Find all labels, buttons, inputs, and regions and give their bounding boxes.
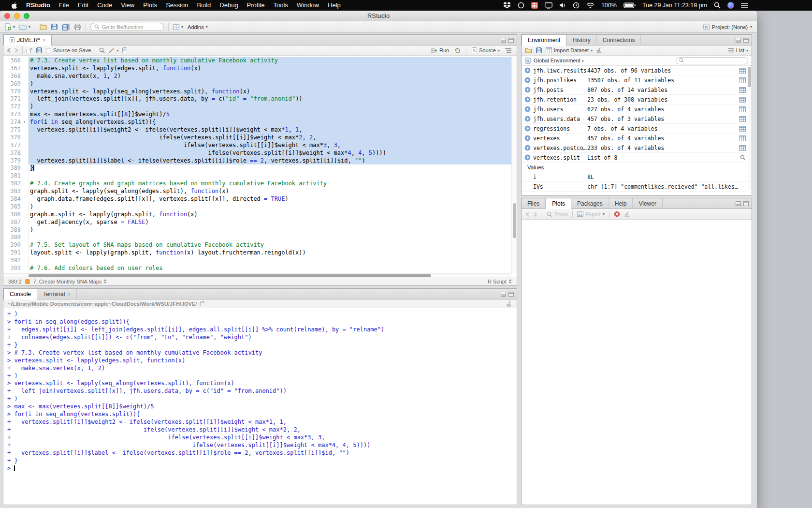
maximize-pane-icon[interactable] — [508, 38, 514, 43]
menu-code[interactable]: Code — [93, 0, 116, 11]
menu-plots[interactable]: Plots — [139, 0, 161, 11]
environment-scrollbar[interactable] — [748, 67, 751, 190]
code-line[interactable]: 371 left_join(vertexes.split[[x]], jfh.u… — [3, 95, 511, 103]
expand-icon[interactable] — [524, 77, 533, 83]
tab-console[interactable]: Console — [3, 289, 37, 299]
tab-packages[interactable]: Packages — [571, 198, 609, 209]
code-tools-wand-icon[interactable]: ▾ — [109, 47, 118, 53]
find-icon[interactable] — [99, 47, 105, 53]
menu-view[interactable]: View — [116, 0, 139, 11]
checkbox-icon[interactable] — [46, 48, 51, 53]
view-table-icon[interactable] — [739, 77, 746, 83]
console-output[interactable]: + )> for(i in seq_along(edges.split)){+ … — [3, 308, 517, 505]
environment-value-row[interactable]: i8L — [522, 172, 748, 182]
project-selector[interactable]: R Project: (None) ▾ — [703, 24, 752, 30]
new-project-button[interactable]: ▾ — [19, 24, 30, 30]
editor-code[interactable]: 366# 7.3. Create vertex list based on mo… — [3, 56, 511, 273]
menu-window[interactable]: Window — [292, 0, 323, 11]
code-line[interactable]: 380} — [3, 164, 511, 172]
remove-plot-icon[interactable] — [614, 211, 620, 217]
tab-files[interactable]: Files — [522, 198, 546, 209]
environment-object-row[interactable]: regressions7 obs. of 4 variables — [522, 124, 748, 134]
menu-tools[interactable]: Tools — [269, 0, 292, 11]
titlebar[interactable]: RStudio — [0, 11, 757, 21]
menu-session[interactable]: Session — [161, 0, 192, 11]
tab-history[interactable]: History — [566, 35, 596, 45]
code-line[interactable]: 384 graph.data.frame(edges.split[[x]], v… — [3, 195, 511, 203]
notification-center-icon[interactable] — [741, 2, 748, 8]
fold-arrow-icon[interactable]: ▾ — [21, 119, 29, 126]
menu-profile[interactable]: Profile — [243, 0, 269, 11]
source-button[interactable]: Source ▾ — [472, 47, 500, 53]
volume-icon[interactable] — [559, 2, 566, 8]
import-dataset-button[interactable]: Import Dataset ▾ — [546, 47, 593, 53]
document-outline-icon[interactable] — [505, 48, 511, 53]
expand-icon[interactable] — [524, 87, 533, 93]
environment-view-selector[interactable]: List ▾ — [728, 47, 748, 53]
environment-object-row[interactable]: jfh.users627 obs. of 4 variables — [522, 105, 748, 114]
tab-connections[interactable]: Connections — [597, 35, 641, 45]
wifi-icon[interactable] — [586, 2, 594, 9]
expand-icon[interactable] — [524, 67, 533, 74]
view-table-icon[interactable] — [739, 106, 746, 112]
code-line[interactable]: 373max <- max(vertexes.split[[8]]$weight… — [3, 111, 511, 119]
grid-status-icon[interactable] — [531, 2, 538, 9]
code-line[interactable]: 374▾for(i in seq_along(vertexes.split)){ — [3, 119, 511, 126]
forward-icon[interactable] — [14, 48, 18, 53]
code-line[interactable]: 381 — [3, 172, 511, 180]
code-line[interactable]: 390# 7.5. Set layout of SNA maps based o… — [3, 241, 511, 249]
pane-layout-button[interactable]: ▾ — [173, 24, 183, 30]
display-icon[interactable] — [545, 2, 552, 9]
menu-help[interactable]: Help — [323, 0, 345, 11]
expand-icon[interactable] — [524, 96, 533, 103]
siri-icon[interactable] — [727, 2, 734, 9]
code-line[interactable]: 393# 7.6. Add colours based on user role… — [3, 265, 511, 272]
save-workspace-icon[interactable] — [536, 47, 542, 53]
circle-status-icon[interactable] — [518, 2, 524, 9]
close-icon[interactable]: × — [67, 291, 70, 297]
source-on-save-checkbox[interactable]: Source on Save — [46, 47, 91, 53]
environment-object-row[interactable]: jfh.liwc.results4437 obs. of 96 variable… — [522, 66, 748, 75]
view-table-icon[interactable] — [739, 87, 746, 93]
maximize-pane-icon[interactable] — [743, 201, 749, 206]
minimize-pane-icon[interactable] — [501, 38, 506, 43]
spotlight-icon[interactable] — [714, 2, 721, 9]
section-navigator[interactable]: 7. Create Monthly SNA Maps — [33, 279, 107, 284]
code-line[interactable]: 389 — [3, 234, 511, 241]
save-all-button[interactable] — [62, 24, 70, 30]
tab-terminal[interactable]: Terminal × — [37, 289, 77, 299]
tab-help[interactable]: Help — [609, 198, 633, 209]
time-machine-icon[interactable] — [573, 2, 580, 9]
save-button[interactable] — [51, 24, 58, 30]
menu-file[interactable]: File — [55, 0, 73, 11]
expand-icon[interactable] — [524, 154, 533, 161]
code-line[interactable]: 368 make.sna.vertex(x, 1, 2) — [3, 73, 511, 80]
compile-report-icon[interactable] — [122, 47, 127, 53]
previous-plot-icon[interactable] — [525, 212, 529, 217]
view-table-icon[interactable] — [739, 126, 746, 132]
code-line[interactable]: 387 get.adjacency(x, sparse = FALSE) — [3, 219, 511, 226]
tab-viewer[interactable]: Viewer — [633, 198, 662, 209]
run-button[interactable]: Run — [431, 47, 449, 53]
save-icon[interactable] — [36, 47, 42, 53]
minimize-pane-icon[interactable] — [501, 292, 506, 297]
load-workspace-icon[interactable] — [525, 47, 532, 53]
tab-environment[interactable]: Environment — [522, 35, 566, 45]
rerun-icon[interactable] — [454, 47, 461, 53]
view-table-icon[interactable] — [739, 135, 746, 141]
clear-environment-icon[interactable] — [596, 47, 602, 53]
code-line[interactable]: 372) — [3, 103, 511, 111]
expand-icon[interactable] — [524, 106, 533, 112]
code-line[interactable]: 385) — [3, 203, 511, 211]
menu-debug[interactable]: Debug — [215, 0, 242, 11]
close-icon[interactable]: × — [43, 37, 45, 43]
goto-file-input[interactable]: Go to file/function — [90, 23, 164, 31]
environment-search-input[interactable] — [676, 57, 748, 64]
tab-plots[interactable]: Plots — [546, 198, 571, 209]
environment-object-row[interactable]: jfh.postlikes13507 obs. of 11 variables — [522, 75, 748, 85]
clear-console-icon[interactable] — [507, 301, 512, 307]
code-line[interactable]: 388) — [3, 226, 511, 234]
menu-rstudio[interactable]: RStudio — [22, 0, 55, 11]
inspect-object-icon[interactable] — [740, 155, 746, 161]
view-table-icon[interactable] — [739, 97, 746, 103]
